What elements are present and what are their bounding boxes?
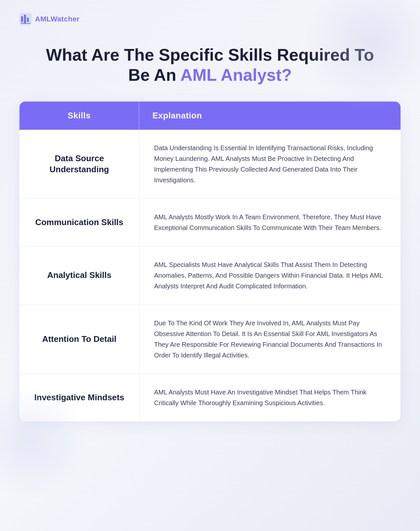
svg-rect-3 [27, 18, 29, 22]
table-header: Skills Explanation [19, 102, 401, 130]
skill-cell: Data Source Understanding [19, 130, 139, 199]
explanation-cell: AML Specialists Must Have Analytical Ski… [139, 247, 401, 305]
title-line2-highlight: AML Analyst? [180, 66, 292, 84]
skill-cell: Attention To Detail [19, 305, 139, 374]
skill-name: Analytical Skills [47, 270, 112, 281]
explanation-cell: Due To The Kind Of Work They Are Involve… [139, 305, 401, 374]
table-row: Attention To DetailDue To The Kind Of Wo… [19, 305, 401, 374]
explanation-cell: Data Understanding Is Essential In Ident… [139, 130, 401, 199]
page-title: What Are The Specific Skills Required To… [19, 45, 401, 85]
header-explanation: Explanation [139, 102, 401, 130]
skill-cell: Analytical Skills [19, 247, 139, 305]
logo: AMLWatcher [19, 13, 401, 25]
header-skills: Skills [19, 102, 139, 130]
logo-icon [19, 13, 32, 25]
table-row: Investigative MindsetsAML Analysts Must … [19, 374, 401, 421]
skill-name: Data Source Understanding [32, 153, 126, 175]
skills-table: Skills Explanation Data Source Understan… [19, 102, 401, 421]
title-line1: What Are The Specific Skills Required To [46, 45, 374, 64]
svg-rect-2 [24, 15, 26, 24]
explanation-text: AML Analysts Must Have An Investigative … [154, 387, 386, 408]
table-body: Data Source UnderstandingData Understand… [19, 130, 401, 421]
explanation-text: Due To The Kind Of Work They Are Involve… [154, 318, 386, 361]
skill-cell: Communication Skills [19, 199, 139, 246]
logo-text: AMLWatcher [35, 15, 79, 23]
explanation-text: Data Understanding Is Essential In Ident… [154, 143, 386, 186]
explanation-text: AML Specialists Must Have Analytical Ski… [154, 259, 386, 292]
skill-name: Communication Skills [35, 217, 124, 228]
skill-name: Investigative Mindsets [34, 392, 124, 403]
svg-rect-1 [21, 16, 23, 22]
explanation-cell: AML Analysts Mostly Work In A Team Envir… [139, 199, 401, 246]
table-row: Communication SkillsAML Analysts Mostly … [19, 199, 401, 247]
skill-name: Attention To Detail [42, 334, 116, 345]
table-row: Data Source UnderstandingData Understand… [19, 130, 401, 199]
explanation-text: AML Analysts Mostly Work In A Team Envir… [154, 212, 386, 233]
skill-cell: Investigative Mindsets [19, 374, 139, 421]
explanation-cell: AML Analysts Must Have An Investigative … [139, 374, 401, 421]
title-line2-plain: Be An [128, 66, 180, 84]
table-row: Analytical SkillsAML Specialists Must Ha… [19, 247, 401, 305]
